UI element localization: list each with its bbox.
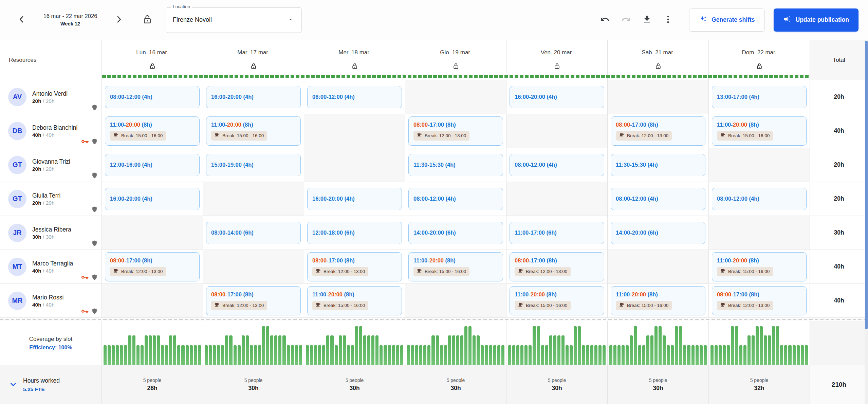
resource-cell[interactable]: GTGiovanna Trizi20h / 20h	[0, 148, 102, 182]
shift-chip[interactable]: 14:00-20:00 (6h)	[611, 222, 705, 244]
hours-worked-value: 20h	[32, 166, 41, 172]
empty-shift-cell[interactable]	[203, 250, 304, 283]
resource-cell[interactable]: AVAntonio Verdi20h / 20h	[0, 80, 102, 114]
empty-shift-cell[interactable]	[304, 114, 405, 148]
empty-shift-cell[interactable]	[709, 216, 810, 250]
lock-open-icon[interactable]	[554, 63, 560, 71]
shift-chip[interactable]: 13:00-17:00 (4h)	[712, 86, 807, 108]
coverage-bar	[440, 345, 443, 365]
shift-chip[interactable]: 11:30-15:30 (4h)	[408, 154, 503, 176]
resource-cell[interactable]: JRJessica Ribera30h / 30h	[0, 216, 102, 250]
day-header[interactable]: Lun. 16 mar.	[102, 40, 203, 80]
resource-badges	[91, 206, 98, 213]
lock-open-icon[interactable]	[351, 63, 358, 71]
shift-chip[interactable]: 11:00-20:00 (8h)Break: 15:00 - 16:00	[206, 116, 301, 146]
shift-chip[interactable]: 08:00-17:00 (8h)Break: 12:00 - 13:00	[510, 252, 604, 281]
shift-chip[interactable]: 08:00-12:00 (4h)	[611, 188, 705, 210]
shift-chip[interactable]: 08:00-12:00 (4h)	[712, 188, 807, 210]
prev-week-button[interactable]	[12, 11, 31, 30]
shift-chip[interactable]: 08:00-12:00 (4h)	[307, 86, 402, 108]
shift-chip[interactable]: 16:00-20:00 (4h)	[105, 188, 200, 210]
redo-button[interactable]	[616, 11, 635, 30]
empty-shift-cell[interactable]	[203, 182, 304, 216]
shift-chip[interactable]: 12:00-18:00 (6h)	[307, 222, 402, 244]
scrollbar-thumb[interactable]	[865, 41, 868, 329]
empty-shift-cell[interactable]	[304, 148, 405, 182]
shift-chip[interactable]: 11:00-20:00 (8h)Break: 15:00 - 16:00	[408, 252, 503, 281]
coverage-day-cell	[506, 321, 608, 365]
lock-open-icon[interactable]	[250, 63, 257, 71]
shift-chip[interactable]: 16:00-20:00 (4h)	[510, 86, 604, 108]
coffee-icon	[113, 269, 118, 275]
coverage-label-cell: Coverage by slot Efficiency: 100%	[0, 321, 102, 365]
lock-open-icon[interactable]	[149, 63, 156, 71]
resource-cell[interactable]: GTGiulia Terri20h / 20h	[0, 182, 102, 216]
shift-chip[interactable]: 08:00-17:00 (8h)Break: 12:00 - 13:00	[206, 286, 301, 315]
empty-shift-cell[interactable]	[506, 114, 608, 148]
day-header[interactable]: Mar. 17 mar.	[203, 40, 304, 80]
shift-chip[interactable]: 08:00-12:00 (4h)	[408, 188, 503, 210]
vertical-scrollbar[interactable]	[865, 40, 868, 404]
empty-shift-cell[interactable]	[405, 284, 506, 317]
resource-row: JRJessica Ribera30h / 30h08:00-14:00 (6h…	[0, 216, 868, 250]
shift-cell: 16:00-20:00 (4h)	[102, 182, 203, 216]
shift-chip[interactable]: 08:00-12:00 (4h)	[105, 86, 200, 108]
update-publication-button[interactable]: Update publication	[774, 8, 859, 32]
coverage-bar	[772, 326, 775, 365]
shift-chip[interactable]: 16:00-20:00 (4h)	[307, 188, 402, 210]
day-header[interactable]: Ven. 20 mar.	[506, 40, 608, 80]
coverage-bar	[594, 345, 597, 365]
day-header[interactable]: Gio. 19 mar.	[405, 40, 506, 80]
coverage-bar	[128, 335, 131, 365]
lock-open-icon[interactable]	[655, 63, 662, 71]
undo-button[interactable]	[595, 11, 614, 30]
row-total: 30h	[810, 216, 868, 250]
shift-chip[interactable]: 12:00-16:00 (4h)	[105, 154, 200, 176]
shift-chip[interactable]: 11:00-20:00 (8h)Break: 15:00 - 16:00	[105, 116, 200, 146]
coverage-bar	[194, 345, 197, 365]
empty-shift-cell[interactable]	[709, 148, 810, 182]
shift-chip[interactable]: 08:00-17:00 (8h)Break: 12:00 - 13:00	[611, 116, 705, 146]
day-header[interactable]: Sab. 21 mar.	[608, 40, 709, 80]
location-select[interactable]: Location Firenze Novoli	[166, 7, 301, 33]
shift-chip[interactable]: 14:00-20:00 (6h)	[408, 222, 503, 244]
resource-cell[interactable]: MTMarco Terraglia40h / 40h	[0, 250, 102, 283]
empty-shift-cell[interactable]	[102, 284, 203, 317]
empty-shift-cell[interactable]	[608, 80, 709, 114]
day-header[interactable]: Dom. 22 mar.	[709, 40, 810, 80]
shift-chip[interactable]: 11:00-20:00 (8h)Break: 15:00 - 16:00	[510, 286, 604, 315]
week-lock-button[interactable]	[138, 11, 157, 30]
shift-chip[interactable]: 11:00-20:00 (8h)Break: 15:00 - 16:00	[712, 252, 807, 281]
shift-chip[interactable]: 08:00-12:00 (4h)	[510, 154, 604, 176]
empty-shift-cell[interactable]	[405, 80, 506, 114]
empty-shift-cell[interactable]	[608, 250, 709, 283]
shift-chip[interactable]: 11:00-17:00 (6h)	[510, 222, 604, 244]
coverage-bar	[780, 345, 783, 365]
day-header[interactable]: Mer. 18 mar.	[304, 40, 405, 80]
shift-chip[interactable]: 11:30-15:30 (4h)	[611, 154, 705, 176]
shift-chip[interactable]: 11:00-20:00 (8h)Break: 15:00 - 16:00	[712, 116, 807, 146]
break-label: Break: 15:00 - 16:00	[728, 133, 770, 138]
resource-cell[interactable]: DBDebora Bianchini40h / 40h	[0, 114, 102, 148]
empty-shift-cell[interactable]	[506, 182, 608, 216]
shift-chip[interactable]: 08:00-14:00 (6h)	[206, 222, 301, 244]
shift-chip[interactable]: 08:00-17:00 (8h)Break: 12:00 - 13:00	[307, 252, 402, 281]
next-week-button[interactable]	[109, 11, 128, 30]
break-label: Break: 12:00 - 13:00	[222, 303, 264, 308]
generate-shifts-button[interactable]: Generate shifts	[689, 8, 764, 32]
shift-chip[interactable]: 08:00-17:00 (8h)Break: 12:00 - 13:00	[712, 286, 807, 315]
coverage-bar	[270, 335, 273, 365]
shift-chip[interactable]: 16:00-20:00 (4h)	[206, 86, 301, 108]
lock-open-icon[interactable]	[756, 63, 763, 71]
shift-chip[interactable]: 11:00-20:00 (8h)Break: 15:00 - 16:00	[307, 286, 402, 315]
expand-hours-button[interactable]	[9, 380, 18, 390]
download-button[interactable]	[638, 11, 657, 30]
empty-shift-cell[interactable]	[102, 216, 203, 250]
lock-open-icon[interactable]	[453, 63, 459, 71]
shift-chip[interactable]: 15:00-19:00 (4h)	[206, 154, 301, 176]
shift-chip[interactable]: 11:00-20:00 (8h)Break: 15:00 - 16:00	[611, 286, 705, 315]
shift-chip[interactable]: 08:00-17:00 (8h)Break: 12:00 - 13:00	[408, 116, 503, 146]
shift-chip[interactable]: 08:00-17:00 (8h)Break: 12:00 - 13:00	[105, 252, 200, 281]
resource-cell[interactable]: MRMario Rossi40h / 40h	[0, 284, 102, 317]
more-options-button[interactable]	[659, 11, 678, 30]
